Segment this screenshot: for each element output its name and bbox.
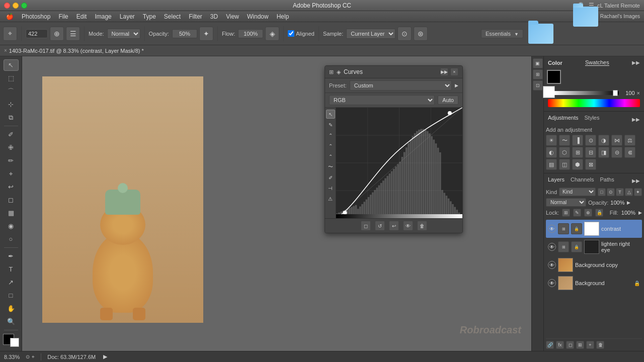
brush-size-input[interactable]: 422: [26, 29, 48, 38]
select-menu[interactable]: Select: [160, 12, 185, 21]
paths-tab[interactable]: Paths: [600, 176, 614, 183]
layers-mask-btn[interactable]: ◻: [566, 341, 574, 349]
layer-visibility-bg[interactable]: 👁: [548, 279, 556, 287]
adj-colorbal-icon[interactable]: ⚖: [624, 135, 635, 146]
aligned-checkbox[interactable]: [288, 30, 294, 37]
move-tool[interactable]: ↖: [4, 59, 19, 71]
window-menu[interactable]: Window: [243, 12, 273, 21]
layer-item-lighten[interactable]: 👁 ⊞ 🔒 lighten right eye: [546, 238, 642, 256]
curves-close-btn[interactable]: ×: [450, 68, 458, 76]
brush-options-btn[interactable]: ⊕: [50, 27, 64, 41]
filter-shape-icon[interactable]: △: [625, 188, 633, 196]
adjustments-tab[interactable]: Adjustments: [548, 115, 579, 121]
history-brush-tool[interactable]: ↩: [4, 181, 19, 193]
pen-tool[interactable]: ✒: [4, 250, 19, 262]
eyedropper-tool[interactable]: ✐: [4, 129, 19, 140]
layer-menu[interactable]: Layer: [116, 12, 139, 21]
adj-curves-icon[interactable]: 〜: [559, 135, 570, 146]
layers-delete-btn[interactable]: 🗑: [596, 341, 604, 349]
adj-gradient-map-icon[interactable]: ▤: [546, 159, 557, 170]
filter-pixel-icon[interactable]: □: [598, 188, 606, 196]
maximize-button[interactable]: [21, 3, 27, 9]
dodge-tool[interactable]: ○: [4, 233, 19, 245]
preset-arrow[interactable]: ▶: [455, 83, 458, 88]
layers-panel-menu[interactable]: ▶▶: [632, 178, 640, 184]
adj-selective-color-icon[interactable]: ◫: [559, 159, 570, 170]
rmt-btn-2[interactable]: ⊞: [533, 69, 543, 79]
brush-tool[interactable]: ✏: [4, 155, 19, 166]
auto-btn[interactable]: Auto: [438, 96, 458, 105]
curves-select-tool[interactable]: ↖: [326, 110, 335, 119]
clone-stamp-tool[interactable]: ⌖: [3, 27, 17, 41]
edit-menu[interactable]: Edit: [72, 12, 91, 21]
k-slider[interactable]: [553, 91, 619, 95]
marquee-tool[interactable]: ⬚: [4, 72, 19, 84]
adj-threshold-icon[interactable]: ⋐: [624, 147, 635, 158]
opacity-input[interactable]: [172, 29, 197, 38]
adj-channel-mixer-icon[interactable]: ⊞: [572, 147, 583, 158]
file-menu[interactable]: File: [54, 12, 72, 21]
curves-footer-btn1[interactable]: ◻: [361, 221, 371, 231]
preset-select[interactable]: Custom: [350, 80, 452, 90]
curves-clamp-tool[interactable]: ⊣: [326, 184, 335, 193]
curves-eyedropper3-tool[interactable]: ⌃: [326, 152, 335, 161]
lock-position-icon[interactable]: ✎: [573, 209, 581, 217]
hand-tool[interactable]: ✋: [4, 303, 19, 314]
filter-smart-icon[interactable]: ✦: [634, 188, 642, 196]
curves-footer-btn5[interactable]: 🗑: [417, 221, 427, 231]
background-color[interactable]: [10, 338, 19, 347]
healing-brush-tool[interactable]: ✙: [4, 142, 19, 153]
blend-mode-select[interactable]: Normal: [546, 198, 586, 207]
view-menu[interactable]: View: [222, 12, 243, 21]
folder-icon[interactable]: [573, 7, 598, 27]
airbrush-btn[interactable]: ✦: [199, 27, 213, 41]
flow-btn[interactable]: ◈: [265, 27, 279, 41]
status-play-btn[interactable]: ▶: [102, 353, 109, 360]
rmt-btn-1[interactable]: ▣: [533, 58, 543, 68]
fill-arrow[interactable]: ▶: [638, 210, 642, 215]
layer-item-bg[interactable]: 👁 Background 🔒: [546, 274, 642, 292]
path-select-tool[interactable]: ↗: [4, 277, 19, 288]
adj-brightness-icon[interactable]: ☀: [546, 135, 557, 146]
crop-tool[interactable]: ⧉: [4, 112, 19, 123]
channel-select[interactable]: RGB: [329, 95, 435, 105]
3d-menu[interactable]: 3D: [206, 12, 222, 21]
adj-vibrance-icon[interactable]: ◑: [598, 135, 609, 146]
curves-footer-btn2[interactable]: ↺: [375, 221, 385, 231]
filter-menu[interactable]: Filter: [185, 12, 206, 21]
k-slider-thumb[interactable]: [613, 90, 618, 96]
adj-hsl-icon[interactable]: ⋈: [611, 135, 622, 146]
adj-bw-icon[interactable]: ◐: [546, 147, 557, 158]
photoshop-menu[interactable]: Photoshop: [18, 12, 54, 21]
layers-group-btn[interactable]: ⊞: [576, 341, 584, 349]
layers-fx-btn[interactable]: fx: [556, 341, 564, 349]
aligned-checkbox-label[interactable]: Aligned: [288, 30, 314, 37]
type-menu[interactable]: Type: [139, 12, 160, 21]
fg-bg-colors[interactable]: [3, 334, 19, 347]
curves-expand-btn[interactable]: ▶▶: [440, 68, 448, 76]
curves-alert-tool[interactable]: ⚠: [326, 194, 335, 203]
mode-select[interactable]: Normal: [107, 29, 140, 39]
curves-footer-btn4[interactable]: 👁: [403, 221, 413, 231]
close-button[interactable]: [4, 3, 10, 9]
clone-icon-btn[interactable]: ☰: [66, 27, 80, 41]
gradient-tool[interactable]: ▦: [4, 207, 19, 219]
image-menu[interactable]: Image: [91, 12, 115, 21]
help-menu[interactable]: Help: [273, 12, 293, 21]
layer-visibility-bg-copy[interactable]: 👁: [548, 261, 556, 269]
curves-pencil2-tool[interactable]: ✐: [326, 173, 335, 182]
curves-footer-btn3[interactable]: ↩: [389, 221, 399, 231]
layer-item-contrast[interactable]: 👁 ⊞ 🔒 contrast: [546, 220, 642, 238]
channels-tab[interactable]: Channels: [571, 176, 594, 183]
pressure-btn[interactable]: ⊛: [414, 27, 428, 41]
curves-canvas[interactable]: [336, 108, 462, 218]
type-tool[interactable]: T: [4, 263, 19, 275]
curves-eyedropper2-tool[interactable]: ⌃: [326, 141, 335, 150]
adj-levels-icon[interactable]: ▐: [572, 135, 583, 146]
apple-menu[interactable]: 🍎: [2, 12, 18, 21]
foreground-color-swatch[interactable]: [547, 70, 561, 84]
lock-all-icon[interactable]: ⊕: [584, 209, 592, 217]
styles-tab[interactable]: Styles: [585, 115, 600, 121]
adj-photo-filter-icon[interactable]: ⬡: [559, 147, 570, 158]
blur-tool[interactable]: ◉: [4, 220, 19, 232]
